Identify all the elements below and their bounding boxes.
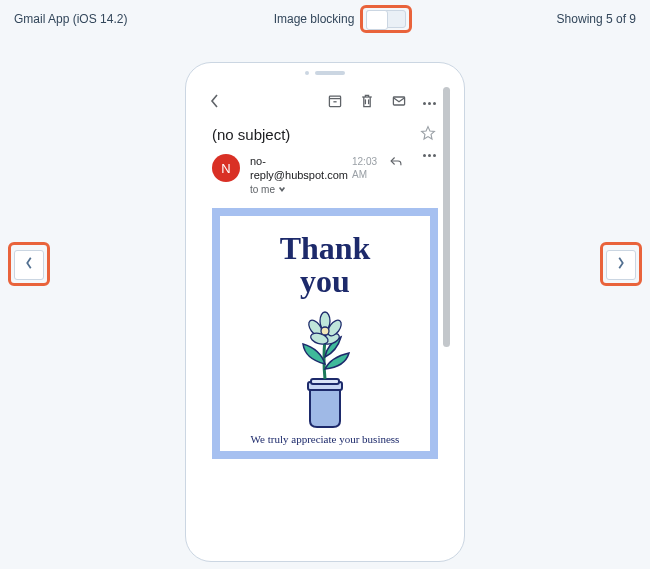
sender-address: no-reply@hubspot.com xyxy=(250,154,348,183)
avatar: N xyxy=(212,154,240,182)
next-client-button[interactable] xyxy=(606,250,636,280)
svg-rect-8 xyxy=(311,379,339,384)
email-client-label: Gmail App (iOS 14.2) xyxy=(14,12,127,26)
archive-icon[interactable] xyxy=(327,93,343,113)
device-speaker-decoration xyxy=(305,71,345,75)
heading-line-2: you xyxy=(228,265,422,299)
email-body: Thank you xyxy=(212,208,438,459)
scrollbar[interactable] xyxy=(443,87,450,347)
heading-line-1: Thank xyxy=(228,232,422,266)
preview-counter: Showing 5 of 9 xyxy=(557,12,636,26)
device-frame: (no subject) N no-reply@hubspot.com 12:0… xyxy=(185,62,465,562)
flower-illustration-icon xyxy=(228,309,422,429)
email-subject: (no subject) xyxy=(212,126,290,143)
chevron-left-icon xyxy=(24,256,34,274)
back-button[interactable] xyxy=(210,93,220,113)
mail-icon[interactable] xyxy=(391,93,407,113)
device-screen: (no subject) N no-reply@hubspot.com 12:0… xyxy=(198,83,452,549)
previous-client-button[interactable] xyxy=(14,250,44,280)
email-tagline: We truly appreciate your business xyxy=(228,433,422,445)
star-icon[interactable] xyxy=(420,125,436,144)
preview-topbar: Gmail App (iOS 14.2) Image blocking Show… xyxy=(0,0,650,34)
chevron-right-icon xyxy=(616,256,626,274)
image-blocking-toggle[interactable] xyxy=(366,10,406,28)
chevron-left-icon xyxy=(210,95,220,112)
sent-time: 12:03 AM xyxy=(352,155,379,181)
reply-icon[interactable] xyxy=(389,154,403,170)
recipient-label: to me xyxy=(250,183,275,196)
recipient-dropdown[interactable]: to me xyxy=(250,183,379,196)
chevron-down-icon xyxy=(278,183,286,196)
svg-marker-6 xyxy=(422,127,435,139)
svg-point-14 xyxy=(321,327,329,335)
more-menu-icon[interactable] xyxy=(423,102,436,105)
trash-icon[interactable] xyxy=(359,93,375,113)
svg-rect-5 xyxy=(393,97,404,105)
message-more-icon[interactable] xyxy=(423,154,436,157)
gmail-action-bar xyxy=(198,83,452,117)
image-blocking-label: Image blocking xyxy=(274,12,355,26)
